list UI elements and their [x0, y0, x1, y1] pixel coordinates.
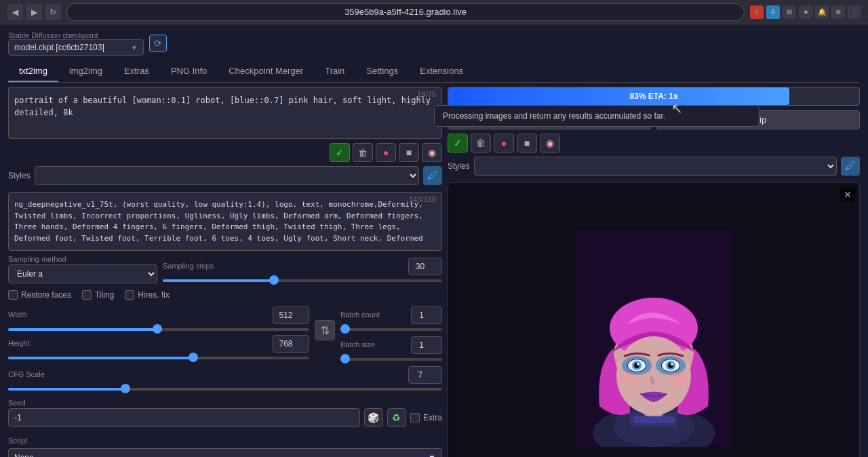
browser-icon-3[interactable]: ⊞: [783, 5, 796, 19]
seed-recycle-button[interactable]: ♻: [387, 408, 406, 427]
right-trash-icon[interactable]: 🗑: [471, 134, 491, 153]
tab-checkpoint-merger[interactable]: Checkpoint Merger: [218, 61, 314, 82]
browser-icon-2[interactable]: A: [766, 5, 780, 19]
restore-faces-checkbox[interactable]: Restore faces: [8, 290, 71, 300]
right-toolbar-icons: ✓ 🗑 ● ■ ◉: [448, 134, 860, 153]
browser-icon-6[interactable]: ⊕: [831, 5, 845, 19]
restore-faces-check[interactable]: [8, 290, 18, 300]
hires-fix-checkbox[interactable]: Hires. fix: [125, 290, 170, 300]
height-thumb[interactable]: [189, 353, 198, 362]
cfg-scale-thumb[interactable]: [121, 384, 130, 393]
svg-point-22: [667, 372, 688, 386]
browser-icon-4[interactable]: ★: [799, 5, 812, 19]
forward-button[interactable]: ▶: [26, 4, 42, 20]
seed-label: Seed: [8, 399, 442, 407]
extra-checkbox[interactable]: [410, 413, 420, 422]
model-select-dropdown[interactable]: model.ckpt [cc6cb27103] ▼: [8, 39, 144, 56]
reload-button[interactable]: ↻: [45, 4, 61, 20]
batch-count-label: Batch count: [340, 311, 380, 319]
script-select[interactable]: None ▼: [8, 448, 442, 457]
seed-dice-button[interactable]: 🎲: [364, 408, 383, 427]
batch-size-thumb[interactable]: [340, 354, 350, 363]
tab-train[interactable]: Train: [314, 61, 355, 82]
sampling-steps-label: Sampling steps: [163, 262, 214, 270]
sampling-method-group: Sampling method Euler a: [8, 255, 157, 283]
tab-extensions[interactable]: Extensions: [409, 61, 474, 82]
batch-size-label: Batch size: [340, 340, 375, 349]
tiling-check[interactable]: [82, 290, 92, 300]
interrupt-button[interactable]: Interrupt: [448, 110, 652, 130]
script-label: Script: [8, 437, 442, 445]
right-styles-select[interactable]: [474, 157, 837, 176]
check-icon[interactable]: ✓: [330, 143, 350, 162]
trash-icon[interactable]: 🗑: [353, 143, 373, 162]
batch-count-input[interactable]: [411, 306, 442, 324]
batch-size-input[interactable]: [411, 336, 442, 354]
restore-faces-label: Restore faces: [21, 290, 71, 300]
right-circle-icon[interactable]: ◉: [540, 134, 560, 153]
height-slider[interactable]: [8, 357, 309, 359]
batch-count-group: Batch count: [340, 306, 442, 324]
tiling-checkbox[interactable]: Tiling: [82, 290, 114, 300]
styles-apply-button[interactable]: 🖊: [423, 166, 442, 185]
width-group: Width: [8, 306, 309, 331]
tab-pnginfo[interactable]: PNG Info: [160, 61, 218, 82]
cfg-scale-slider[interactable]: [8, 388, 442, 391]
skip-button[interactable]: Skip: [656, 110, 860, 130]
script-value: None: [14, 453, 34, 457]
negative-prompt-container: 143/150: [8, 192, 442, 251]
red-dot-icon[interactable]: ●: [376, 143, 396, 162]
tab-img2img[interactable]: img2img: [58, 61, 113, 82]
right-panel: 83% ETA: 1s Interrupt Skip ✓ 🗑 ● ■ ◉ Sty…: [448, 87, 860, 457]
batch-section: Batch count Batch size: [340, 306, 442, 362]
tiling-label: Tiling: [95, 290, 114, 300]
svg-point-19: [637, 363, 639, 365]
batch-count-slider[interactable]: [340, 328, 442, 331]
positive-prompt-input[interactable]: [14, 92, 436, 132]
svg-point-20: [671, 363, 673, 365]
width-slider[interactable]: [8, 328, 309, 331]
url-bar[interactable]: [66, 3, 745, 21]
height-input[interactable]: [273, 335, 309, 353]
width-input[interactable]: [273, 306, 309, 324]
square-icon[interactable]: ■: [399, 143, 419, 162]
swap-dimensions-button[interactable]: ⇅: [315, 320, 335, 340]
tab-txt2img[interactable]: txt2img: [8, 61, 58, 82]
sampling-steps-input[interactable]: [408, 258, 442, 275]
circle-icon[interactable]: ◉: [422, 143, 442, 162]
cfg-scale-input[interactable]: [408, 366, 442, 384]
browser-icon-5[interactable]: 🔔: [815, 5, 829, 19]
batch-size-slider[interactable]: [340, 358, 442, 361]
back-button[interactable]: ◀: [7, 4, 23, 20]
extra-checkbox-item[interactable]: Extra: [410, 413, 442, 422]
main-tabs: txt2img img2img Extras PNG Info Checkpoi…: [8, 61, 860, 83]
extra-label: Extra: [423, 413, 442, 422]
right-check-icon[interactable]: ✓: [448, 134, 468, 153]
nav-buttons: ◀ ▶ ↻: [7, 4, 61, 20]
browser-icon-1[interactable]: I: [750, 5, 764, 19]
tab-settings[interactable]: Settings: [355, 61, 409, 82]
batch-count-thumb[interactable]: [340, 324, 350, 334]
model-selector-row: Stable Diffusion checkpoint model.ckpt […: [8, 31, 860, 56]
tab-extras[interactable]: Extras: [113, 61, 160, 82]
progress-fill: [448, 87, 789, 105]
right-square-icon[interactable]: ■: [517, 134, 537, 153]
sampling-steps-slider[interactable]: [163, 279, 442, 282]
seed-input[interactable]: [8, 408, 360, 427]
negative-prompt-input[interactable]: [14, 197, 436, 244]
browser-icon-7[interactable]: ⋮: [848, 5, 861, 19]
hires-fix-check[interactable]: [125, 290, 134, 300]
height-label: Height: [8, 339, 30, 347]
svg-rect-4: [633, 416, 674, 423]
styles-select[interactable]: [35, 166, 419, 185]
model-refresh-button[interactable]: ⟳: [149, 35, 167, 52]
hires-fix-label: Hires. fix: [138, 290, 170, 300]
right-red-icon[interactable]: ●: [494, 134, 514, 153]
close-image-button[interactable]: ✕: [840, 187, 855, 202]
model-dropdown-arrow: ▼: [131, 44, 138, 52]
width-thumb[interactable]: [153, 324, 162, 334]
sampling-steps-thumb[interactable]: [269, 275, 279, 285]
sampling-method-select[interactable]: Euler a: [8, 264, 157, 283]
right-styles-apply[interactable]: 🖊: [841, 157, 860, 176]
sampling-row: Sampling method Euler a Sampling steps: [8, 255, 442, 283]
